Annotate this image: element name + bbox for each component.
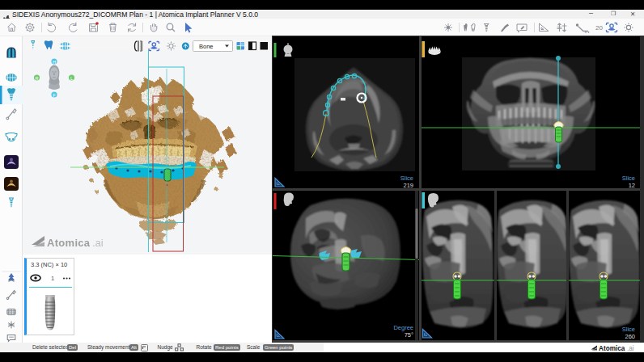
svg-text:L: L — [70, 76, 73, 81]
svg-text:H: H — [53, 60, 56, 65]
svg-text:Atomica: Atomica — [47, 237, 91, 249]
svg-text:Bone: Bone — [199, 43, 214, 50]
svg-text:Degree: Degree — [393, 324, 413, 331]
svg-text:75°: 75° — [405, 331, 413, 339]
svg-text:12: 12 — [629, 182, 635, 189]
svg-text:R: R — [36, 76, 39, 81]
svg-text:1: 1 — [51, 275, 54, 282]
svg-text:20: 20 — [595, 24, 603, 32]
svg-text:219: 219 — [403, 182, 413, 189]
svg-text:Atomica: Atomica — [599, 345, 625, 352]
svg-text:.ai: .ai — [92, 237, 104, 249]
svg-text:260: 260 — [625, 333, 635, 340]
svg-text:.ai: .ai — [627, 345, 634, 352]
